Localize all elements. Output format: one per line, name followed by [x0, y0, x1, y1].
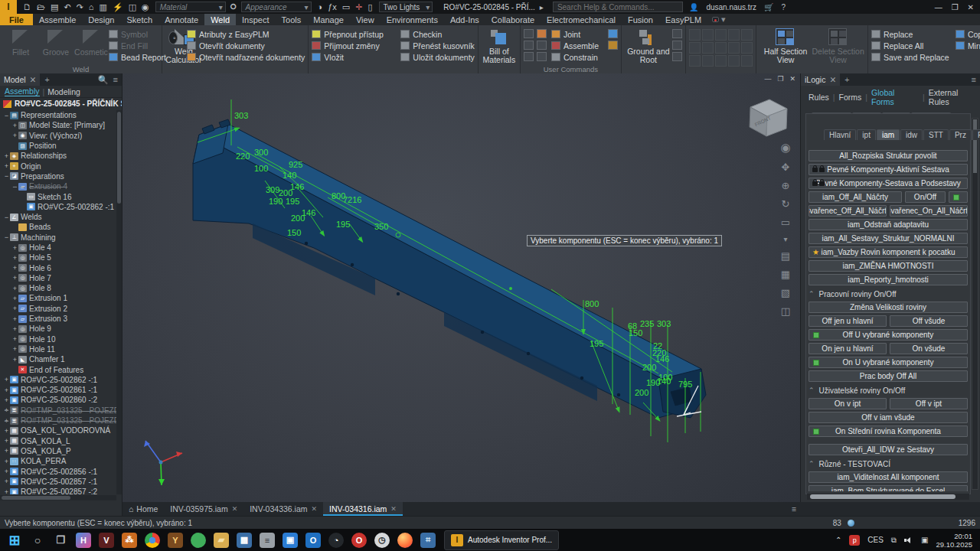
pattern-icon[interactable]: [608, 29, 618, 38]
section-header[interactable]: Pracovní roviny On/Off: [808, 289, 968, 299]
expand-icon[interactable]: +: [3, 458, 10, 465]
navigation-wheel-icon[interactable]: ◉: [780, 141, 790, 155]
restore-button[interactable]: ❐: [952, 3, 959, 11]
ilogic-button[interactable]: iam_Odstraň adaptavitu: [808, 219, 968, 230]
user-name[interactable]: dusan.naus.trz: [706, 3, 756, 11]
expand-icon[interactable]: +: [3, 478, 10, 485]
tree-item[interactable]: +◎Hole 9: [0, 324, 116, 334]
ilogic-button[interactable]: On v ipt: [808, 398, 887, 409]
store-icon[interactable]: ▣: [280, 530, 300, 550]
color-wheel-icon[interactable]: 🞇: [230, 2, 237, 11]
viewport-close-icon[interactable]: ✕: [789, 75, 795, 83]
close-icon[interactable]: ✕: [829, 75, 836, 84]
point-icon[interactable]: [537, 29, 547, 38]
pan-icon[interactable]: ✥: [782, 161, 790, 173]
plm-checkin[interactable]: Checkin: [400, 29, 475, 39]
collapse-icon[interactable]: −: [11, 183, 18, 191]
ilogic-button[interactable]: iam_All_Sestavy_Struktur_NORMALNI: [808, 233, 968, 244]
close-icon[interactable]: ✕: [30, 75, 37, 84]
expand-icon[interactable]: +: [11, 345, 18, 353]
tree-item[interactable]: +◉View: (Výchozí): [0, 131, 116, 141]
ortho-icon[interactable]: ▦: [781, 269, 790, 280]
search-icon[interactable]: 🔍: [98, 75, 109, 85]
ribbon-tab-easyplm[interactable]: EasyPLM: [659, 14, 707, 25]
browser-horizontal-scrollbar[interactable]: [0, 495, 116, 500]
ilogic-vertical-scrollbar[interactable]: [972, 118, 978, 490]
save-icon[interactable]: ▤: [51, 2, 58, 12]
ribbon-tab-collaborate[interactable]: Collaborate: [485, 14, 541, 25]
redo-icon[interactable]: ↷: [77, 2, 83, 12]
ribbon-tab-inspect[interactable]: Inspect: [236, 14, 275, 25]
ilogic-subtab-idw[interactable]: idw: [900, 129, 923, 140]
browser-tab-model[interactable]: Model ✕: [0, 73, 40, 86]
assembly-root-node[interactable]: RO#VC-25-002845 - PŘÍČNÍK SVAŘ: [0, 98, 122, 109]
ribbon-tab-assemble[interactable]: Assemble: [33, 14, 82, 25]
tool-icon[interactable]: [741, 29, 753, 41]
ilogic-subtab-forms[interactable]: Forms: [972, 129, 980, 140]
expand-icon[interactable]: +: [11, 122, 18, 129]
tree-item[interactable]: ▭Sketch 16: [0, 191, 116, 201]
ilogic-button[interactable]: On Střední rovina Komponenta: [808, 425, 968, 437]
expand-icon[interactable]: +: [3, 417, 10, 425]
ilogic-nav-external-rules[interactable]: External Rules: [929, 88, 980, 106]
tree-item[interactable]: ▨Position: [0, 141, 116, 151]
ilogic-subtab-stt[interactable]: STT: [923, 129, 949, 140]
ribbon-tab-view[interactable]: View: [350, 14, 381, 25]
tab-inv-035975.iam[interactable]: INV-035975.iam✕: [164, 502, 243, 516]
record-dropdown[interactable]: ▾: [712, 14, 726, 25]
zoom-icon[interactable]: ⊕: [782, 180, 790, 191]
expand-icon[interactable]: +: [11, 335, 18, 343]
close-icon[interactable]: ✕: [312, 505, 318, 513]
expand-icon[interactable]: +: [3, 437, 10, 445]
ilogic-button[interactable]: Pevné Komponenty-Aktivní Sestava: [808, 164, 968, 175]
expand-icon[interactable]: +: [11, 254, 18, 262]
shadow-icon[interactable]: ▧: [781, 287, 790, 298]
ilogic-button[interactable]: [949, 191, 968, 203]
tree-item[interactable]: +▱Extrusion 3: [0, 314, 116, 324]
tab-inv-034316.iam[interactable]: INV-034316.iam✕: [323, 502, 403, 516]
close-button[interactable]: ✕: [968, 3, 974, 11]
clock[interactable]: 20:01 29.10.2025: [936, 532, 972, 549]
fx-icon[interactable]: ƒx: [328, 2, 337, 11]
plm-p-epnout-p-stup[interactable]: Přepnout přístup: [312, 29, 400, 39]
ribbon-tab-weld[interactable]: Weld: [204, 14, 236, 25]
cmd-constrain[interactable]: Constrain: [551, 52, 606, 62]
update-icon[interactable]: ⚡: [113, 2, 123, 12]
edit-icon[interactable]: [537, 41, 547, 50]
tree-item[interactable]: +◎Hole 10: [0, 334, 116, 344]
copy-component-icon[interactable]: [537, 52, 547, 61]
ilogic-subtab-iam[interactable]: iam: [877, 129, 900, 140]
close-icon[interactable]: ✕: [390, 505, 397, 513]
ribbon-tab-annotate[interactable]: Annotate: [158, 14, 204, 25]
tree-item[interactable]: +▦OSA_KOLA_P: [0, 446, 116, 456]
half-section-view-button[interactable]: Half Section View: [760, 27, 812, 64]
tree-item[interactable]: −▱Extrusion 4: [0, 181, 116, 191]
close-icon[interactable]: ✕: [232, 505, 238, 513]
expand-icon[interactable]: +: [3, 488, 10, 494]
expand-icon[interactable]: +: [3, 447, 10, 455]
ilogic-button[interactable]: Prac body Off All: [808, 370, 968, 382]
weld-groove-button[interactable]: Groove: [38, 27, 74, 64]
weld-small-symbol[interactable]: Symbol: [109, 29, 166, 39]
viewport-restore-icon[interactable]: ❐: [777, 75, 783, 83]
ilogic-button[interactable]: Otevři_All_IDW ze Sestavy: [808, 444, 968, 455]
start-icon[interactable]: ⊞: [5, 530, 24, 550]
refresh-icon[interactable]: [672, 52, 682, 61]
adjust-icon[interactable]: ◑: [318, 2, 323, 11]
ilogic-subtab-hlavní[interactable]: Hlavní: [824, 129, 856, 140]
ilogic-button[interactable]: Off v ipt: [890, 398, 968, 409]
tree-item[interactable]: +▣RO#VC-25-002861 -:1: [0, 385, 116, 395]
tree-item[interactable]: +▣RO#VC-25-002856 -:1: [0, 466, 116, 476]
promote-icon[interactable]: [672, 29, 682, 38]
expand-icon[interactable]: +: [3, 152, 10, 160]
tree-item[interactable]: +▣RO#TMP_031325 - POJEZDOVÉ KOL: [0, 416, 116, 425]
tree-item[interactable]: Beads: [0, 222, 116, 232]
tool-icon[interactable]: [741, 42, 753, 54]
ilogic-button[interactable]: Svařenec_Off_All_Náčrty: [808, 205, 887, 217]
tool-icon[interactable]: [689, 42, 701, 54]
lights-dropdown[interactable]: Two Lights: [379, 2, 433, 12]
plm-ulo-it-dokumenty[interactable]: Uložit dokumenty: [400, 52, 475, 62]
ilogic-button[interactable]: Svařenec_On_All_Náčrty: [890, 205, 968, 217]
plant-icon[interactable]: Y: [165, 530, 185, 550]
ilogic-button[interactable]: iam_Reporty_hmotnosti: [808, 274, 968, 285]
